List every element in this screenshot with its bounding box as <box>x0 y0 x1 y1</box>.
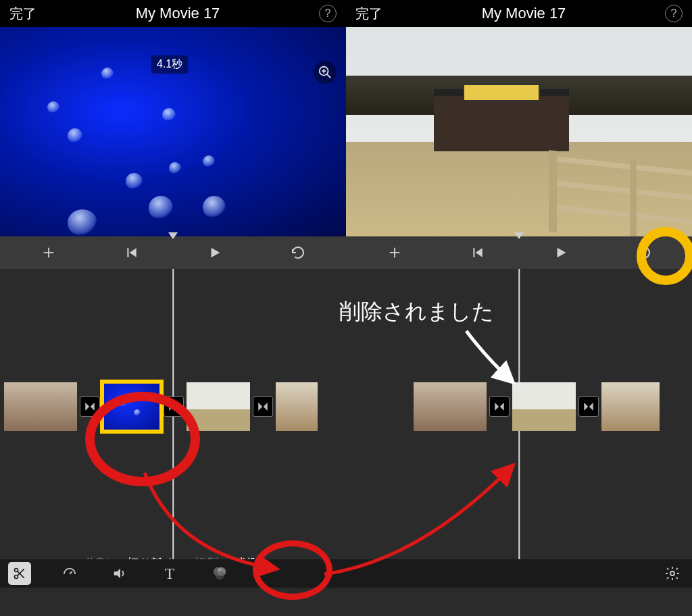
titles-icon[interactable]: T <box>158 562 181 585</box>
preview-viewport[interactable]: 4.1秒 <box>0 27 346 236</box>
panel-after: 完了 My Movie 17 ? <box>346 0 692 616</box>
playhead-marker-icon <box>168 232 178 239</box>
svg-marker-13 <box>258 403 262 411</box>
panel-before: 完了 My Movie 17 ? 4.1秒 <box>0 0 346 616</box>
clips-row <box>0 382 346 431</box>
preview-viewport[interactable] <box>346 27 692 236</box>
svg-line-1 <box>327 74 331 78</box>
playhead-marker-icon <box>514 232 524 239</box>
timeline-clip[interactable] <box>187 382 250 431</box>
timeline-clip[interactable] <box>512 382 576 431</box>
topbar: 完了 My Movie 17 ? <box>346 0 692 27</box>
svg-marker-20 <box>114 569 120 579</box>
timeline-clip-selected[interactable] <box>103 382 161 431</box>
svg-marker-9 <box>85 403 89 411</box>
svg-marker-12 <box>174 403 178 411</box>
svg-marker-27 <box>475 248 482 257</box>
transport-bar <box>0 236 346 269</box>
project-title: My Movie 17 <box>382 5 665 22</box>
svg-point-33 <box>670 571 674 575</box>
svg-marker-10 <box>91 403 95 411</box>
transition-icon[interactable] <box>253 396 273 417</box>
svg-marker-31 <box>584 403 588 411</box>
volume-icon[interactable] <box>108 562 131 585</box>
transition-icon[interactable] <box>80 396 100 417</box>
svg-marker-29 <box>495 403 499 411</box>
transition-icon[interactable] <box>489 396 510 417</box>
done-button[interactable]: 完了 <box>9 5 36 23</box>
filters-icon[interactable] <box>208 562 231 585</box>
skip-start-icon[interactable] <box>118 239 145 266</box>
timeline-clip[interactable] <box>4 382 77 431</box>
transport-bar <box>346 236 692 269</box>
svg-marker-11 <box>169 403 173 411</box>
timeline[interactable] <box>346 269 692 588</box>
clips-row <box>346 382 692 431</box>
timeline-clip[interactable] <box>414 382 487 431</box>
timeline-clip[interactable] <box>276 382 318 431</box>
svg-line-19 <box>70 571 72 574</box>
zoom-icon[interactable] <box>314 61 337 84</box>
edit-toolbar <box>346 559 692 588</box>
svg-marker-8 <box>211 248 220 258</box>
edit-toolbar: T <box>0 559 346 588</box>
skip-start-icon[interactable] <box>464 239 491 266</box>
undo-icon[interactable] <box>285 239 312 266</box>
transition-icon[interactable] <box>164 396 184 417</box>
project-title: My Movie 17 <box>36 5 319 22</box>
svg-rect-6 <box>127 248 128 257</box>
svg-marker-32 <box>589 403 593 411</box>
topbar: 完了 My Movie 17 ? <box>0 0 346 27</box>
settings-gear-icon[interactable] <box>661 562 684 585</box>
undo-icon[interactable] <box>631 239 658 266</box>
svg-marker-28 <box>557 248 566 258</box>
timeline[interactable]: 分割 切り離す 複製 削除 T <box>0 269 346 588</box>
add-media-icon[interactable] <box>381 239 408 266</box>
transition-icon[interactable] <box>578 396 599 417</box>
done-button[interactable]: 完了 <box>355 5 382 23</box>
add-media-icon[interactable] <box>35 239 62 266</box>
help-icon[interactable]: ? <box>665 5 683 22</box>
speed-icon[interactable] <box>58 562 81 585</box>
svg-rect-26 <box>473 248 474 257</box>
play-icon[interactable] <box>547 239 574 266</box>
play-icon[interactable] <box>201 239 228 266</box>
svg-marker-30 <box>500 403 504 411</box>
scissors-icon[interactable] <box>8 562 31 585</box>
timeline-clip[interactable] <box>601 382 660 431</box>
svg-marker-14 <box>264 403 268 411</box>
clip-duration-badge: 4.1秒 <box>151 55 188 74</box>
help-icon[interactable]: ? <box>319 5 337 22</box>
svg-point-23 <box>216 571 224 580</box>
svg-marker-7 <box>129 248 136 257</box>
